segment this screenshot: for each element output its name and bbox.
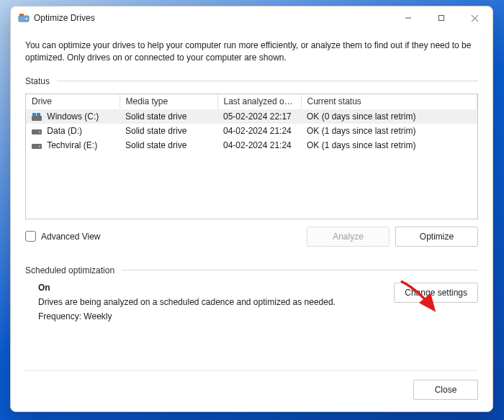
content-area: You can optimize your drives to help you… bbox=[11, 29, 492, 411]
optimize-drives-window: Optimize Drives You can optimize your dr… bbox=[10, 6, 493, 412]
windows-drive-icon bbox=[32, 113, 42, 122]
col-media[interactable]: Media type bbox=[120, 94, 217, 109]
divider bbox=[57, 81, 478, 81]
svg-rect-8 bbox=[32, 113, 36, 116]
drive-icon bbox=[32, 127, 42, 136]
scheduled-description: Drives are being analyzed on a scheduled… bbox=[38, 297, 336, 307]
drive-last: 05-02-2024 22:17 bbox=[217, 109, 301, 124]
description-text: You can optimize your drives to help you… bbox=[25, 40, 478, 65]
scheduled-frequency: Frequency: Weekly bbox=[38, 311, 336, 321]
drive-list[interactable]: Drive Media type Last analyzed or o... C… bbox=[25, 93, 478, 219]
svg-point-1 bbox=[26, 18, 27, 19]
titlebar: Optimize Drives bbox=[11, 6, 492, 29]
drive-name: Techviral (E:) bbox=[47, 140, 97, 150]
svg-point-13 bbox=[39, 145, 40, 147]
optimize-button[interactable]: Optimize bbox=[395, 227, 478, 247]
dialog-footer: Close bbox=[25, 370, 478, 400]
svg-rect-7 bbox=[32, 116, 42, 121]
app-icon bbox=[18, 12, 30, 24]
drive-status: OK (1 days since last retrim) bbox=[301, 138, 477, 152]
status-section-label: Status bbox=[25, 76, 478, 86]
drive-last: 04-02-2024 21:24 bbox=[217, 124, 301, 138]
advanced-view-label: Advanced View bbox=[41, 232, 101, 242]
svg-rect-9 bbox=[37, 113, 40, 116]
close-button[interactable] bbox=[458, 7, 491, 29]
drive-last: 04-02-2024 21:24 bbox=[217, 138, 301, 152]
drive-name: Windows (C:) bbox=[47, 111, 99, 122]
table-row[interactable]: Windows (C:) Solid state drive 05-02-202… bbox=[26, 109, 477, 124]
minimize-button[interactable] bbox=[392, 7, 425, 29]
status-label-text: Status bbox=[25, 76, 50, 86]
maximize-button[interactable] bbox=[425, 7, 458, 29]
drive-status: OK (1 days since last retrim) bbox=[301, 124, 477, 138]
col-last[interactable]: Last analyzed or o... bbox=[217, 94, 301, 109]
close-dialog-button[interactable]: Close bbox=[413, 380, 478, 400]
svg-rect-4 bbox=[439, 16, 444, 21]
table-row[interactable]: Data (D:) Solid state drive 04-02-2024 2… bbox=[26, 124, 477, 138]
analyze-button: Analyze bbox=[307, 227, 390, 247]
advanced-view-checkbox[interactable]: Advanced View bbox=[25, 231, 101, 242]
svg-point-11 bbox=[39, 131, 40, 132]
svg-rect-2 bbox=[19, 14, 24, 16]
col-status[interactable]: Current status bbox=[301, 94, 477, 109]
change-settings-button[interactable]: Change settings bbox=[394, 283, 478, 303]
table-row[interactable]: Techviral (E:) Solid state drive 04-02-2… bbox=[26, 138, 477, 152]
drive-name: Data (D:) bbox=[47, 126, 82, 136]
scheduled-state: On bbox=[38, 283, 336, 293]
table-header-row: Drive Media type Last analyzed or o... C… bbox=[26, 94, 477, 109]
checkbox-box bbox=[25, 231, 36, 242]
drive-icon bbox=[32, 142, 42, 150]
window-controls bbox=[392, 7, 491, 29]
scheduled-label-text: Scheduled optimization bbox=[25, 265, 114, 275]
drive-status: OK (0 days since last retrim) bbox=[301, 109, 477, 124]
scheduled-info: On Drives are being analyzed on a schedu… bbox=[25, 283, 336, 326]
window-title: Optimize Drives bbox=[34, 13, 95, 23]
drive-media: Solid state drive bbox=[120, 138, 217, 152]
drive-media: Solid state drive bbox=[120, 109, 217, 124]
col-drive[interactable]: Drive bbox=[26, 94, 120, 109]
divider bbox=[122, 270, 478, 270]
drive-media: Solid state drive bbox=[120, 124, 217, 138]
scheduled-section-label: Scheduled optimization bbox=[25, 265, 478, 275]
